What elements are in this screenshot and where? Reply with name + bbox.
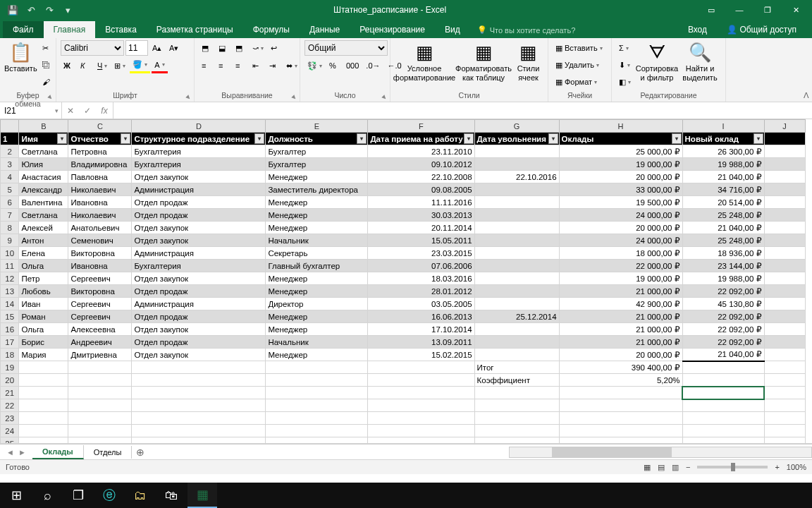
cell[interactable] [19,387,68,399]
filter-icon[interactable]: ▾ [548,133,558,144]
cell[interactable] [266,399,368,412]
autosum-icon[interactable]: Σ▾ [616,40,634,56]
cell[interactable]: Ивановна [68,196,132,209]
cell[interactable] [474,260,559,272]
cell[interactable]: 18.03.2016 [368,272,474,285]
ribbon-options-icon[interactable]: ▭ [699,2,723,18]
edge-icon[interactable]: ⓔ [94,483,124,508]
cell[interactable]: Анастасия [19,171,68,183]
cell[interactable]: 21 040,00 ₽ [682,222,764,234]
row-header[interactable]: 1 [1,133,19,145]
cell[interactable]: Начальник [266,336,368,349]
table-header[interactable]: Отчество▾ [68,133,132,145]
increase-decimal-icon[interactable]: .0→ [363,58,383,73]
cell[interactable]: Администрация [132,183,266,196]
cell[interactable] [474,247,559,260]
cell[interactable]: Менеджер [266,222,368,234]
cell[interactable]: 25.12.2014 [474,310,559,323]
cell[interactable] [764,183,805,196]
cell[interactable]: Роман [19,310,68,323]
filter-icon[interactable]: ▾ [464,133,474,144]
col-header[interactable]: H [559,120,682,133]
cell[interactable] [559,387,682,399]
wrap-text-icon[interactable]: ↩ [268,40,283,56]
table-header[interactable]: Новый оклад▾ [682,133,764,145]
tab-insert[interactable]: Вставка [95,21,147,38]
undo-icon[interactable]: ↶ [23,2,39,18]
cell-styles-button[interactable]: ▦Стили ячеек [513,40,543,82]
cell[interactable]: 42 900,00 ₽ [559,298,682,310]
cell[interactable]: Менеджер [266,310,368,323]
cell[interactable] [474,285,559,298]
cell[interactable] [474,387,559,399]
cell[interactable]: Алексей [19,222,68,234]
cell[interactable]: 33 000,00 ₽ [559,183,682,196]
cell[interactable]: 13.09.2011 [368,336,474,349]
cell[interactable]: Менеджер [266,196,368,209]
cell[interactable]: 22 092,00 ₽ [682,336,764,349]
cell[interactable]: Валентина [19,196,68,209]
align-right-icon[interactable]: ≡ [233,58,248,73]
minimize-icon[interactable]: — [727,2,751,18]
zoom-slider[interactable] [697,466,768,468]
align-bottom-icon[interactable]: ⬒ [233,40,248,56]
cell[interactable]: 19 000,00 ₽ [559,158,682,171]
align-middle-icon[interactable]: ⬓ [216,40,231,56]
cell[interactable] [132,425,266,437]
cell[interactable]: Секретарь [266,247,368,260]
cell[interactable]: Петр [19,272,68,285]
row-header[interactable]: 13 [1,285,19,298]
cell[interactable] [474,336,559,349]
cell[interactable]: Антон [19,234,68,247]
cell[interactable] [132,437,266,445]
cell[interactable]: Администрация [132,298,266,310]
explorer-icon[interactable]: 🗂 [125,483,155,508]
cell[interactable] [764,222,805,234]
cell[interactable]: 22 000,00 ₽ [559,260,682,272]
cell[interactable] [559,437,682,445]
maximize-icon[interactable]: ❐ [756,2,780,18]
cells-delete-button[interactable]: ▦ Удалить▾ [553,57,607,73]
cell[interactable] [368,412,474,425]
filter-icon[interactable]: ▾ [672,133,682,144]
cell[interactable] [764,209,805,222]
cell[interactable]: Иван [19,298,68,310]
cell[interactable]: 19 988,00 ₽ [682,272,764,285]
row-header[interactable]: 16 [1,323,19,336]
cell[interactable] [764,234,805,247]
table-header[interactable]: Структурное подразделение▾ [132,133,266,145]
cell[interactable] [474,272,559,285]
cell[interactable]: Николаевич [68,209,132,222]
cell[interactable]: Отдел продаж [132,196,266,209]
cell[interactable]: Отдел продаж [132,336,266,349]
cell[interactable] [132,412,266,425]
row-header[interactable]: 5 [1,183,19,196]
col-header[interactable]: D [132,120,266,133]
cell[interactable]: Владимировна [68,158,132,171]
cell[interactable]: 20 000,00 ₽ [559,171,682,183]
cell[interactable]: Дмитриевна [68,349,132,361]
cell[interactable]: Светлана [19,145,68,158]
share-button[interactable]: 👤 Общий доступ [717,21,806,38]
row-header[interactable]: 9 [1,234,19,247]
cancel-formula-icon[interactable]: ✕ [62,102,79,119]
row-header[interactable]: 4 [1,171,19,183]
cell[interactable]: Ольга [19,323,68,336]
cell[interactable]: Менеджер [266,171,368,183]
cut-icon[interactable]: ✂ [39,40,55,56]
cell[interactable]: Александр [19,183,68,196]
cell[interactable] [266,425,368,437]
sheet-next-icon[interactable]: ► [18,448,26,456]
cell[interactable] [474,158,559,171]
cell[interactable]: Борис [19,336,68,349]
table-header[interactable]: Оклады▾ [559,133,682,145]
cell[interactable] [474,222,559,234]
add-sheet-icon[interactable]: ⊕ [132,447,149,458]
cell[interactable] [764,425,805,437]
store-icon[interactable]: 🛍 [156,483,186,508]
cell[interactable] [764,336,805,349]
cell[interactable]: Бухгалтер [266,158,368,171]
cell[interactable]: Менеджер [266,285,368,298]
row-header[interactable]: 24 [1,425,19,437]
tab-data[interactable]: Данные [300,21,350,38]
